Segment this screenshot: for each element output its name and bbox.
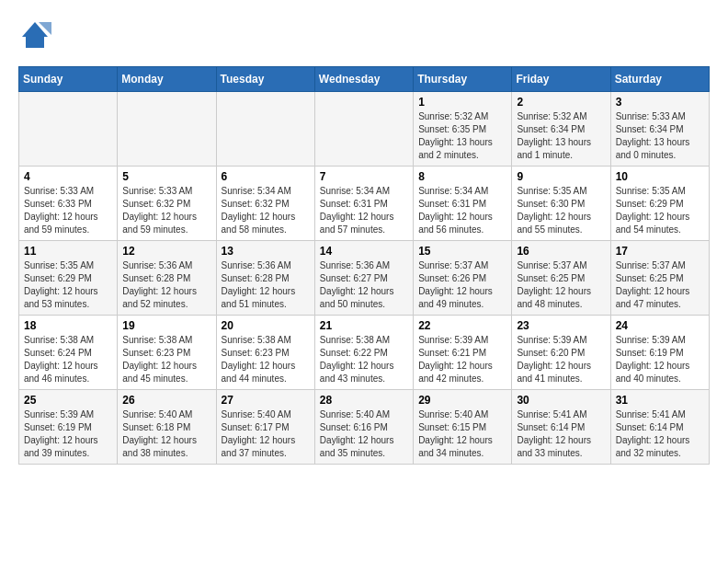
day-detail: Sunrise: 5:41 AM Sunset: 6:14 PM Dayligh… [517,408,605,460]
day-detail: Sunrise: 5:36 AM Sunset: 6:28 PM Dayligh… [222,259,310,311]
calendar-cell: 22Sunrise: 5:39 AM Sunset: 6:21 PM Dayli… [414,316,512,390]
day-number: 28 [320,394,408,407]
day-number: 31 [616,394,704,407]
day-detail: Sunrise: 5:40 AM Sunset: 6:17 PM Dayligh… [222,408,310,460]
calendar-cell: 19Sunrise: 5:38 AM Sunset: 6:23 PM Dayli… [118,316,216,390]
day-detail: Sunrise: 5:32 AM Sunset: 6:34 PM Dayligh… [517,110,605,162]
day-number: 21 [320,319,408,332]
logo-icon [18,18,51,52]
day-number: 13 [222,245,310,258]
day-number: 11 [24,245,112,258]
day-number: 27 [222,394,310,407]
day-detail: Sunrise: 5:40 AM Sunset: 6:18 PM Dayligh… [122,408,210,460]
calendar-cell: 30Sunrise: 5:41 AM Sunset: 6:14 PM Dayli… [512,390,610,465]
day-detail: Sunrise: 5:34 AM Sunset: 6:31 PM Dayligh… [418,185,506,236]
calendar-body: 1Sunrise: 5:32 AM Sunset: 6:35 PM Daylig… [19,92,710,465]
weekday-header-thursday: Thursday [414,67,512,92]
day-number: 3 [616,96,704,109]
day-detail: Sunrise: 5:37 AM Sunset: 6:25 PM Dayligh… [517,259,605,311]
day-number: 5 [122,170,210,183]
day-detail: Sunrise: 5:38 AM Sunset: 6:23 PM Dayligh… [122,334,210,385]
calendar-week-3: 11Sunrise: 5:35 AM Sunset: 6:29 PM Dayli… [19,241,710,316]
calendar-week-5: 25Sunrise: 5:39 AM Sunset: 6:19 PM Dayli… [19,390,710,465]
weekday-header-row: SundayMondayTuesdayWednesdayThursdayFrid… [19,67,710,92]
weekday-header-tuesday: Tuesday [216,67,314,92]
calendar-cell: 3Sunrise: 5:33 AM Sunset: 6:34 PM Daylig… [610,92,709,167]
calendar-cell: 23Sunrise: 5:39 AM Sunset: 6:20 PM Dayli… [512,316,610,390]
day-number: 1 [418,96,506,109]
day-number: 15 [418,245,506,258]
calendar-cell [19,92,118,167]
calendar-week-1: 1Sunrise: 5:32 AM Sunset: 6:35 PM Daylig… [19,92,710,167]
calendar-cell: 8Sunrise: 5:34 AM Sunset: 6:31 PM Daylig… [414,167,512,241]
calendar-cell: 2Sunrise: 5:32 AM Sunset: 6:34 PM Daylig… [512,92,610,167]
day-number: 8 [418,170,506,183]
day-number: 24 [616,319,704,332]
day-detail: Sunrise: 5:33 AM Sunset: 6:33 PM Dayligh… [24,185,112,236]
page-header [18,18,710,52]
day-number: 17 [616,245,704,258]
day-detail: Sunrise: 5:37 AM Sunset: 6:26 PM Dayligh… [418,259,506,311]
calendar-cell [118,92,216,167]
day-detail: Sunrise: 5:37 AM Sunset: 6:25 PM Dayligh… [616,259,704,311]
calendar-cell: 14Sunrise: 5:36 AM Sunset: 6:27 PM Dayli… [314,241,413,316]
calendar-cell: 12Sunrise: 5:36 AM Sunset: 6:28 PM Dayli… [118,241,216,316]
calendar-week-4: 18Sunrise: 5:38 AM Sunset: 6:24 PM Dayli… [19,316,710,390]
calendar-cell: 13Sunrise: 5:36 AM Sunset: 6:28 PM Dayli… [216,241,314,316]
day-detail: Sunrise: 5:33 AM Sunset: 6:34 PM Dayligh… [616,110,704,162]
day-number: 14 [320,245,408,258]
day-detail: Sunrise: 5:38 AM Sunset: 6:24 PM Dayligh… [24,334,112,385]
calendar-cell: 11Sunrise: 5:35 AM Sunset: 6:29 PM Dayli… [19,241,118,316]
day-detail: Sunrise: 5:40 AM Sunset: 6:15 PM Dayligh… [418,408,506,460]
calendar-table: SundayMondayTuesdayWednesdayThursdayFrid… [18,66,710,465]
weekday-header-sunday: Sunday [19,67,118,92]
calendar-cell: 10Sunrise: 5:35 AM Sunset: 6:29 PM Dayli… [610,167,709,241]
day-detail: Sunrise: 5:38 AM Sunset: 6:22 PM Dayligh… [320,334,408,385]
calendar-cell: 28Sunrise: 5:40 AM Sunset: 6:16 PM Dayli… [314,390,413,465]
day-number: 20 [222,319,310,332]
day-detail: Sunrise: 5:34 AM Sunset: 6:32 PM Dayligh… [222,185,310,236]
day-detail: Sunrise: 5:35 AM Sunset: 6:29 PM Dayligh… [616,185,704,236]
day-number: 26 [122,394,210,407]
calendar-header: SundayMondayTuesdayWednesdayThursdayFrid… [19,67,710,92]
day-number: 22 [418,319,506,332]
calendar-cell: 4Sunrise: 5:33 AM Sunset: 6:33 PM Daylig… [19,167,118,241]
day-number: 16 [517,245,605,258]
calendar-cell: 6Sunrise: 5:34 AM Sunset: 6:32 PM Daylig… [216,167,314,241]
weekday-header-wednesday: Wednesday [314,67,413,92]
day-number: 30 [517,394,605,407]
calendar-cell: 29Sunrise: 5:40 AM Sunset: 6:15 PM Dayli… [414,390,512,465]
day-number: 29 [418,394,506,407]
calendar-cell: 21Sunrise: 5:38 AM Sunset: 6:22 PM Dayli… [314,316,413,390]
calendar-cell: 26Sunrise: 5:40 AM Sunset: 6:18 PM Dayli… [118,390,216,465]
calendar-cell: 15Sunrise: 5:37 AM Sunset: 6:26 PM Dayli… [414,241,512,316]
calendar-cell: 5Sunrise: 5:33 AM Sunset: 6:32 PM Daylig… [118,167,216,241]
logo [18,18,57,52]
day-number: 25 [24,394,112,407]
day-detail: Sunrise: 5:39 AM Sunset: 6:19 PM Dayligh… [24,408,112,460]
calendar-cell: 25Sunrise: 5:39 AM Sunset: 6:19 PM Dayli… [19,390,118,465]
calendar-cell: 18Sunrise: 5:38 AM Sunset: 6:24 PM Dayli… [19,316,118,390]
day-detail: Sunrise: 5:35 AM Sunset: 6:30 PM Dayligh… [517,185,605,236]
day-number: 10 [616,170,704,183]
weekday-header-friday: Friday [512,67,610,92]
calendar-cell: 31Sunrise: 5:41 AM Sunset: 6:14 PM Dayli… [610,390,709,465]
day-detail: Sunrise: 5:33 AM Sunset: 6:32 PM Dayligh… [122,185,210,236]
weekday-header-saturday: Saturday [610,67,709,92]
day-detail: Sunrise: 5:36 AM Sunset: 6:27 PM Dayligh… [320,259,408,311]
calendar-cell [314,92,413,167]
day-number: 23 [517,319,605,332]
day-number: 9 [517,170,605,183]
day-detail: Sunrise: 5:38 AM Sunset: 6:23 PM Dayligh… [222,334,310,385]
day-number: 7 [320,170,408,183]
day-detail: Sunrise: 5:39 AM Sunset: 6:20 PM Dayligh… [517,334,605,385]
calendar-cell: 24Sunrise: 5:39 AM Sunset: 6:19 PM Dayli… [610,316,709,390]
calendar-cell: 20Sunrise: 5:38 AM Sunset: 6:23 PM Dayli… [216,316,314,390]
day-number: 2 [517,96,605,109]
calendar-cell: 16Sunrise: 5:37 AM Sunset: 6:25 PM Dayli… [512,241,610,316]
calendar-week-2: 4Sunrise: 5:33 AM Sunset: 6:33 PM Daylig… [19,167,710,241]
day-detail: Sunrise: 5:40 AM Sunset: 6:16 PM Dayligh… [320,408,408,460]
day-detail: Sunrise: 5:39 AM Sunset: 6:19 PM Dayligh… [616,334,704,385]
weekday-header-monday: Monday [118,67,216,92]
day-number: 19 [122,319,210,332]
